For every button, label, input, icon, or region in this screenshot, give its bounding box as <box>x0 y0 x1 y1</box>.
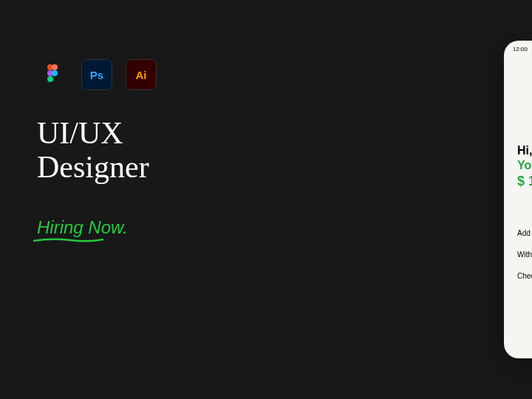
withdraw-balance-button[interactable]: Withdraw your balance→ <box>517 244 532 265</box>
svg-point-1 <box>52 64 58 70</box>
svg-point-3 <box>52 70 58 76</box>
updated-text: Updated today, 9:50 AM <box>504 123 532 128</box>
svg-point-4 <box>47 76 53 82</box>
balance-amount: $ 1,549.35 <box>517 174 532 189</box>
status-bar: 12:00 ▲ ▲ ■ <box>504 41 532 54</box>
page-title: UI/UX Designer <box>37 116 244 184</box>
illustrator-icon: Ai <box>126 59 157 90</box>
figma-icon <box>37 59 68 90</box>
photoshop-icon: Ps <box>81 59 112 90</box>
hiring-badge: Hiring Now. <box>37 217 128 238</box>
tool-icons: Ps Ai <box>37 59 244 90</box>
action-list: Add money→ Withdraw your balance→ Check … <box>504 222 532 287</box>
you-have-label: You have <box>517 159 532 172</box>
check-statements-button[interactable]: Check statements→ <box>517 265 532 287</box>
add-money-button[interactable]: Add money→ <box>517 222 532 244</box>
greeting: Hi, Jimmy <box>517 144 532 157</box>
status-time: 12:00 <box>513 46 528 52</box>
phone-home: 12:00 ▲ ▲ ■ 🔔 Updated today, 9:50 AM Hi,… <box>504 41 532 358</box>
